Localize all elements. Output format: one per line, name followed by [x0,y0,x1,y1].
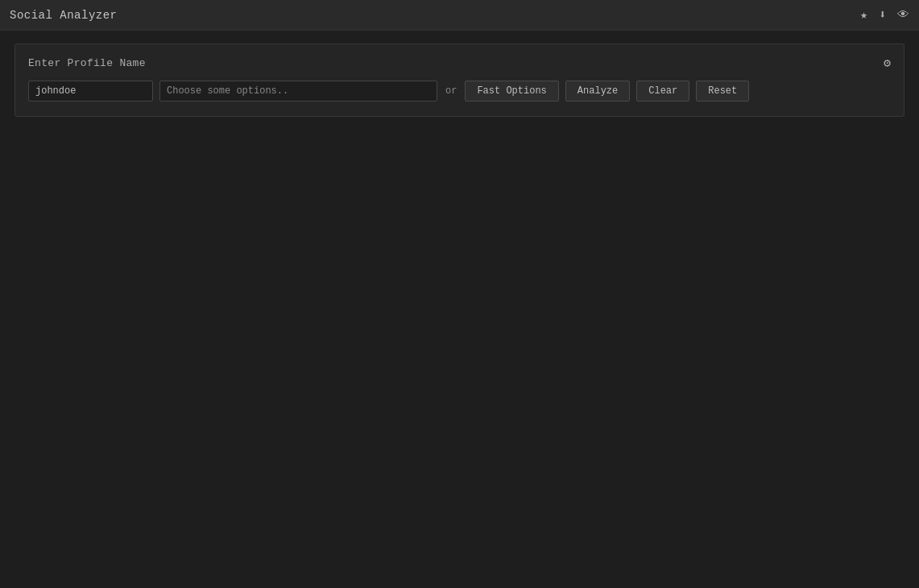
clear-button[interactable]: Clear [636,81,689,101]
analyze-button[interactable]: Analyze [565,81,630,101]
options-select[interactable]: Choose some options.. [159,81,437,101]
download-icon[interactable]: ⬇ [879,7,886,23]
profile-card: Enter Profile Name ⚙ Choose some options… [14,43,905,117]
profile-name-input[interactable] [28,81,153,101]
fast-options-button[interactable]: Fast Options [465,81,558,101]
form-row: Choose some options.. or Fast Options An… [28,81,891,101]
reset-button[interactable]: Reset [696,81,749,101]
card-title: Enter Profile Name [28,57,146,69]
navbar: Social Analyzer ★ ⬇ 👁 [0,0,919,31]
or-label: or [444,85,458,97]
main-content: Enter Profile Name ⚙ Choose some options… [0,31,919,130]
app-title: Social Analyzer [10,9,118,22]
star-icon[interactable]: ★ [860,7,867,23]
gear-icon[interactable]: ⚙ [884,56,891,71]
card-header: Enter Profile Name ⚙ [28,56,891,71]
navbar-actions: ★ ⬇ 👁 [860,7,909,23]
eye-icon[interactable]: 👁 [897,8,909,23]
